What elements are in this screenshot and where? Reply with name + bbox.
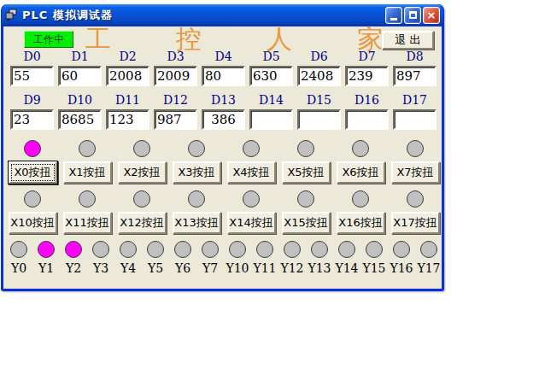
- y-output-cell: Y11: [251, 241, 278, 275]
- y-output-cell: Y17: [415, 241, 442, 275]
- y4-label: Y4: [120, 261, 136, 275]
- d8-input[interactable]: [393, 66, 436, 86]
- d-register-cell: D16: [345, 94, 389, 130]
- d0-input[interactable]: [10, 66, 54, 86]
- y-output-cell: Y15: [360, 241, 388, 275]
- x17-button[interactable]: X17按扭: [391, 212, 440, 234]
- x5-button[interactable]: X5按扭: [282, 161, 331, 184]
- d4-input[interactable]: [202, 66, 245, 86]
- x14-button[interactable]: X14按扭: [227, 212, 276, 234]
- y-output-row: Y0Y1Y2Y3Y4Y5Y6Y7Y10Y11Y12Y13Y14Y15Y16Y17: [5, 241, 442, 275]
- y13-label: Y13: [308, 261, 331, 275]
- d12-input[interactable]: [154, 109, 197, 130]
- d3-input[interactable]: [154, 66, 197, 86]
- d-register-cell: D13: [202, 94, 245, 130]
- x13-button[interactable]: X13按扭: [173, 212, 221, 234]
- d-register-row-2: D9D10D11D12D13D14D15D16D17: [10, 94, 441, 130]
- window-controls: ×: [385, 7, 440, 24]
- y1-label: Y1: [38, 261, 54, 275]
- d17-input[interactable]: [393, 109, 436, 130]
- minimize-glyph: [390, 18, 397, 20]
- d-register-cell: D5: [249, 50, 293, 86]
- y1-indicator-light: [38, 241, 55, 258]
- d3-label: D3: [154, 50, 197, 63]
- x0-button[interactable]: X0按扭: [9, 161, 57, 184]
- x3-button[interactable]: X3按扭: [173, 161, 221, 184]
- x2-button[interactable]: X2按扭: [118, 161, 167, 184]
- y4-indicator-light: [120, 241, 137, 258]
- x6-button[interactable]: X6按扭: [337, 161, 385, 184]
- y-output-cell: Y4: [114, 241, 142, 275]
- x15-button[interactable]: X15按扭: [282, 212, 331, 234]
- d-register-row-1: D0D1D2D3D4D5D6D7D8: [10, 50, 441, 86]
- x-io-cell: X13按扭: [169, 190, 224, 234]
- d11-input[interactable]: [106, 109, 149, 130]
- d7-input[interactable]: [345, 66, 389, 86]
- y7-label: Y7: [202, 261, 218, 275]
- app-icon: [5, 9, 19, 21]
- x4-indicator-light: [243, 140, 260, 157]
- d1-input[interactable]: [58, 66, 102, 86]
- d-register-cell: D0: [10, 50, 54, 86]
- x-io-cell: X7按扭: [388, 140, 442, 184]
- d0-label: D0: [10, 50, 54, 63]
- d-register-cell: D3: [154, 50, 197, 86]
- minimize-icon[interactable]: [385, 7, 402, 24]
- y12-indicator-light: [284, 241, 301, 258]
- y16-label: Y16: [390, 261, 413, 275]
- working-status-button[interactable]: 工作中: [24, 31, 73, 48]
- titlebar[interactable]: PLC 模拟调试器 ×: [2, 4, 443, 26]
- y-output-cell: Y1: [32, 241, 60, 275]
- maximize-icon[interactable]: [404, 7, 421, 24]
- y13-indicator-light: [311, 241, 328, 258]
- d13-input[interactable]: [202, 109, 245, 130]
- y3-label: Y3: [93, 261, 108, 275]
- x16-button[interactable]: X16按扭: [337, 212, 385, 234]
- x10-button[interactable]: X10按扭: [9, 212, 57, 234]
- x11-indicator-light: [79, 190, 96, 208]
- d-register-cell: D7: [345, 50, 389, 86]
- d6-input[interactable]: [297, 66, 341, 86]
- d5-input[interactable]: [249, 66, 293, 86]
- d15-input[interactable]: [297, 109, 341, 130]
- y-output-cell: Y0: [5, 241, 32, 275]
- y-output-cell: Y10: [224, 241, 251, 275]
- x7-button[interactable]: X7按扭: [391, 161, 440, 184]
- d-register-cell: D9: [10, 94, 54, 130]
- x-io-cell: X6按扭: [333, 140, 388, 184]
- x4-button[interactable]: X4按扭: [227, 161, 276, 184]
- x-io-cell: X0按扭: [5, 140, 60, 184]
- x16-indicator-light: [352, 190, 369, 208]
- y2-label: Y2: [66, 261, 81, 275]
- d1-label: D1: [58, 50, 102, 63]
- y-output-cell: Y13: [306, 241, 333, 275]
- x1-button[interactable]: X1按扭: [63, 161, 112, 184]
- y7-indicator-light: [202, 241, 219, 258]
- d-register-cell: D11: [106, 94, 149, 130]
- x6-indicator-light: [352, 140, 369, 157]
- x-io-cell: X15按扭: [278, 190, 333, 234]
- d2-input[interactable]: [106, 66, 149, 86]
- d9-label: D9: [10, 94, 54, 107]
- x13-indicator-light: [188, 190, 205, 208]
- y10-label: Y10: [226, 261, 249, 275]
- d16-input[interactable]: [345, 109, 389, 130]
- d-register-cell: D10: [58, 94, 102, 130]
- close-icon[interactable]: ×: [423, 7, 440, 24]
- y-output-cell: Y2: [60, 241, 87, 275]
- y-output-cell: Y12: [278, 241, 306, 275]
- d2-label: D2: [106, 50, 149, 63]
- exit-button[interactable]: 退 出: [382, 31, 434, 50]
- x11-button[interactable]: X11按扭: [63, 212, 112, 234]
- x-input-row-2: X10按扭X11按扭X12按扭X13按扭X14按扭X15按扭X16按扭X17按扭: [5, 190, 442, 234]
- y-output-cell: Y5: [142, 241, 169, 275]
- x2-indicator-light: [133, 140, 150, 157]
- y15-label: Y15: [362, 261, 385, 275]
- d10-input[interactable]: [58, 109, 102, 130]
- d14-input[interactable]: [249, 109, 293, 130]
- d9-input[interactable]: [10, 109, 54, 130]
- x12-button[interactable]: X12按扭: [118, 212, 167, 234]
- y6-indicator-light: [174, 241, 191, 258]
- d7-label: D7: [345, 50, 389, 63]
- y0-indicator-light: [10, 241, 27, 258]
